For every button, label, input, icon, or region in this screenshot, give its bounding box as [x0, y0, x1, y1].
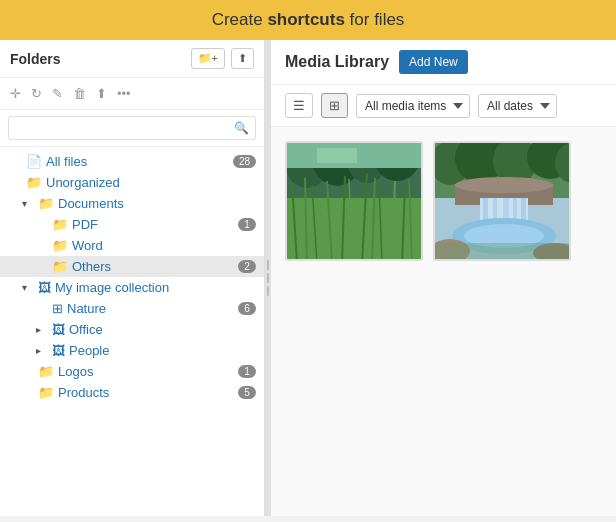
- more-icon[interactable]: •••: [115, 84, 133, 103]
- others-badge: 2: [238, 260, 256, 273]
- list-view-button[interactable]: ☰: [285, 93, 313, 118]
- search-wrap: 🔍: [8, 116, 256, 140]
- right-panel: Media Library Add New ☰ ⊞ All media item…: [271, 40, 616, 516]
- folder-plus-icon: 📁+: [198, 52, 218, 65]
- media-thumb-2[interactable]: [433, 141, 571, 261]
- unorganized-icon: 📁: [26, 175, 42, 190]
- media-grid: [271, 127, 616, 516]
- tree-item-documents[interactable]: ▾ 📁 Documents: [0, 193, 264, 214]
- image-collection-icon: 🖼: [38, 280, 51, 295]
- folders-title: Folders: [10, 51, 185, 67]
- move-icon[interactable]: ✛: [8, 84, 23, 103]
- others-label: Others: [72, 259, 111, 274]
- search-icon: 🔍: [234, 121, 249, 135]
- tree-item-products[interactable]: 📁 Products 5: [0, 382, 264, 403]
- filter-date-select[interactable]: All dates 2024 2023 2022: [478, 94, 557, 118]
- top-banner: Create shortcuts for files: [0, 0, 616, 40]
- tree-item-office[interactable]: ▸ 🖼 Office: [0, 319, 264, 340]
- nature-icon: ⊞: [52, 301, 63, 316]
- all-files-label: All files: [46, 154, 87, 169]
- people-label: People: [69, 343, 109, 358]
- documents-folder-icon: 📁: [38, 196, 54, 211]
- chevron-down-icon: ▾: [22, 198, 34, 209]
- logos-badge: 1: [238, 365, 256, 378]
- chevron-right-icon: ▸: [36, 345, 48, 356]
- export-icon[interactable]: ⬆: [94, 84, 109, 103]
- office-icon: 🖼: [52, 322, 65, 337]
- pdf-badge: 1: [238, 218, 256, 231]
- tree-item-word[interactable]: 📁 Word: [0, 235, 264, 256]
- tree-item-nature[interactable]: ⊞ Nature 6: [0, 298, 264, 319]
- delete-icon[interactable]: 🗑: [71, 84, 88, 103]
- filter-type-select[interactable]: All media items Images Videos Audio Docu…: [356, 94, 470, 118]
- left-panel: Folders 📁+ ⬆ ✛ ↻ ✎ 🗑 ⬆ ••• 🔍: [0, 40, 265, 516]
- chevron-down-icon: ▾: [22, 282, 34, 293]
- documents-label: Documents: [58, 196, 124, 211]
- all-files-icon: 📄: [26, 154, 42, 169]
- products-badge: 5: [238, 386, 256, 399]
- pdf-folder-icon: 📁: [52, 217, 68, 232]
- folders-header: Folders 📁+ ⬆: [0, 40, 264, 78]
- all-files-badge: 28: [233, 155, 256, 168]
- nature-label: Nature: [67, 301, 106, 316]
- logos-folder-icon: 📁: [38, 364, 54, 379]
- toolbar-row: ✛ ↻ ✎ 🗑 ⬆ •••: [0, 78, 264, 110]
- others-folder-icon: 📁: [52, 259, 68, 274]
- tree-item-logos[interactable]: 📁 Logos 1: [0, 361, 264, 382]
- svg-rect-40: [435, 243, 571, 261]
- media-library-title: Media Library: [285, 53, 389, 71]
- people-icon: 🖼: [52, 343, 65, 358]
- search-input[interactable]: [8, 116, 256, 140]
- add-new-button[interactable]: Add New: [399, 50, 468, 74]
- upload-icon: ⬆: [238, 52, 247, 65]
- tree-item-all-files[interactable]: 📄 All files 28: [0, 151, 264, 172]
- banner-text: Create shortcuts for files: [212, 10, 405, 29]
- unorganized-label: Unorganized: [46, 175, 120, 190]
- search-row: 🔍: [0, 110, 264, 147]
- word-label: Word: [72, 238, 103, 253]
- pdf-label: PDF: [72, 217, 98, 232]
- tree-item-pdf[interactable]: 📁 PDF 1: [0, 214, 264, 235]
- svg-point-29: [455, 177, 553, 193]
- media-toolbar: ☰ ⊞ All media items Images Videos Audio …: [271, 85, 616, 127]
- image-collection-label: My image collection: [55, 280, 169, 295]
- tree-item-others[interactable]: 📁 Others 2: [0, 256, 264, 277]
- products-folder-icon: 📁: [38, 385, 54, 400]
- office-label: Office: [69, 322, 103, 337]
- tree-item-my-image-collection[interactable]: ▾ 🖼 My image collection: [0, 277, 264, 298]
- nature-badge: 6: [238, 302, 256, 315]
- media-thumb-1[interactable]: [285, 141, 423, 261]
- grid-view-button[interactable]: ⊞: [321, 93, 348, 118]
- tree-item-unorganized[interactable]: 📁 Unorganized: [0, 172, 264, 193]
- logos-label: Logos: [58, 364, 93, 379]
- edit-icon[interactable]: ✎: [50, 84, 65, 103]
- chevron-right-icon: ▸: [36, 324, 48, 335]
- tree-area: 📄 All files 28 📁 Unorganized ▾ 📁 Documen…: [0, 147, 264, 516]
- media-header: Media Library Add New: [271, 40, 616, 85]
- upload-button[interactable]: ⬆: [231, 48, 254, 69]
- tree-item-people[interactable]: ▸ 🖼 People: [0, 340, 264, 361]
- refresh-icon[interactable]: ↻: [29, 84, 44, 103]
- products-label: Products: [58, 385, 109, 400]
- svg-rect-7: [317, 148, 357, 163]
- new-folder-button[interactable]: 📁+: [191, 48, 225, 69]
- word-folder-icon: 📁: [52, 238, 68, 253]
